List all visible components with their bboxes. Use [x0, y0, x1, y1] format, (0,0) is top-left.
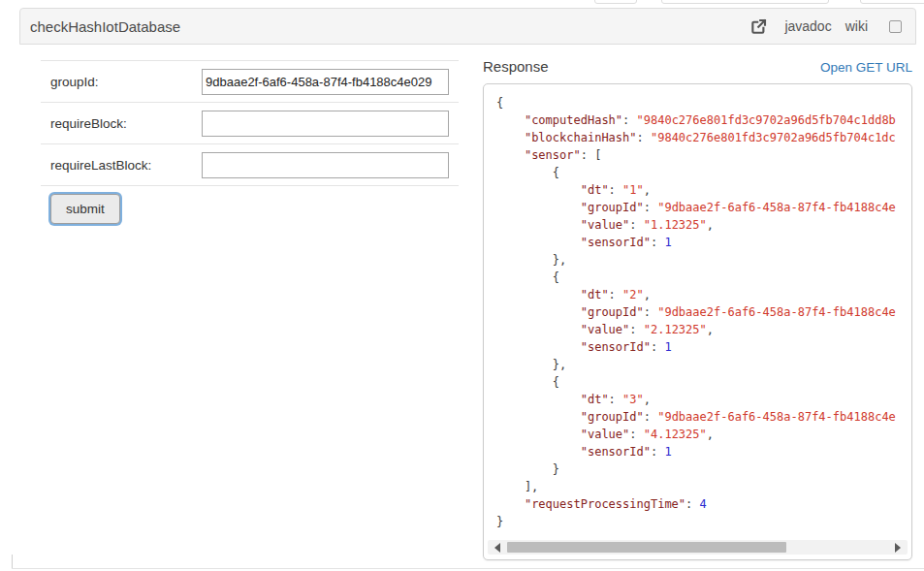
- response-json: { "computedHash": "9840c276e801fd3c9702a…: [484, 84, 911, 529]
- panel-left-border: [12, 555, 13, 568]
- response-section: Response Open GET URL { "computedHash": …: [483, 58, 912, 560]
- header-checkbox[interactable]: [889, 20, 902, 33]
- cutoff-element: [594, 0, 637, 4]
- form-row-requireblock: requireBlock:: [41, 102, 459, 143]
- groupid-input[interactable]: [202, 69, 449, 95]
- scrollbar-thumb[interactable]: [507, 542, 786, 553]
- requirelastblock-input[interactable]: [202, 152, 449, 178]
- scroll-right-arrow-icon[interactable]: [895, 543, 901, 553]
- requireblock-label: requireBlock:: [50, 116, 202, 131]
- form-row-requirelastblock: requireLastBlock:: [41, 143, 459, 185]
- requirelastblock-label: requireLastBlock:: [50, 158, 202, 173]
- submit-button[interactable]: submit: [50, 194, 120, 224]
- javadoc-link[interactable]: javadoc: [784, 18, 831, 34]
- page-title: checkHashIotDatabase: [30, 18, 180, 35]
- cutoff-element: [860, 0, 924, 4]
- section-header: checkHashIotDatabase javadoc wiki: [19, 8, 916, 45]
- response-heading: Response: [483, 58, 549, 75]
- form-row-groupid: groupId:: [41, 60, 459, 102]
- open-get-url-link[interactable]: Open GET URL: [820, 60, 912, 75]
- wiki-link[interactable]: wiki: [845, 18, 868, 34]
- cutoff-element: [661, 0, 829, 4]
- external-link-icon[interactable]: [750, 18, 767, 35]
- panel-bottom-border: [12, 568, 924, 569]
- request-form: groupId: requireBlock: requireLastBlock:: [41, 60, 459, 186]
- groupid-label: groupId:: [50, 75, 202, 89]
- horizontal-scrollbar[interactable]: [488, 540, 908, 555]
- scroll-left-arrow-icon[interactable]: [494, 543, 500, 553]
- requireblock-input[interactable]: [202, 111, 449, 137]
- response-panel: { "computedHash": "9840c276e801fd3c9702a…: [483, 83, 912, 560]
